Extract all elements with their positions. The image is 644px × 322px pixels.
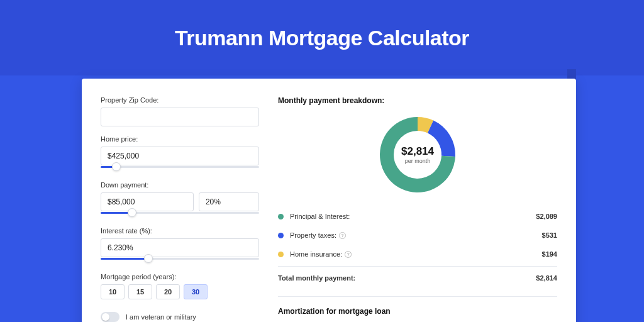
zip-label: Property Zip Code: [101,96,259,104]
legend: Principal & Interest:$2,089Property taxe… [278,207,557,264]
legend-label: Principal & Interest: [290,213,536,220]
legend-dot [278,233,284,238]
legend-row: Home insurance:?$194 [278,245,557,264]
donut-center: $2,814 per month [401,145,434,164]
period-20-button[interactable]: 20 [156,284,180,299]
donut-chart: $2,814 per month [377,114,458,196]
veteran-toggle[interactable] [101,312,119,322]
home-price-field: Home price: [101,135,259,172]
amortization-title: Amortization for mortgage loan [278,307,557,316]
down-payment-label: Down payment: [101,181,259,189]
down-payment-input[interactable] [101,192,194,211]
veteran-label: I am veteran or military [126,313,196,321]
legend-value: $531 [542,231,557,239]
period-field: Mortgage period (years): 10 15 20 30 [101,273,259,299]
period-30-button[interactable]: 30 [184,284,208,299]
legend-row: Property taxes:?$531 [278,226,557,245]
interest-rate-input[interactable] [101,238,259,257]
slider-thumb[interactable] [144,254,153,263]
period-15-button[interactable]: 15 [128,284,152,299]
breakdown-column: Monthly payment breakdown: $2,814 per mo… [278,96,557,322]
home-price-slider[interactable] [101,165,259,172]
interest-rate-slider[interactable] [101,257,259,264]
period-buttons: 10 15 20 30 [101,284,259,299]
calculator-card: Property Zip Code: Home price: Down paym… [82,79,576,322]
interest-rate-field: Interest rate (%): [101,227,259,264]
help-icon[interactable]: ? [345,251,352,258]
total-value: $2,814 [536,274,557,282]
legend-label: Home insurance:? [290,250,542,258]
legend-label: Property taxes:? [290,231,542,239]
interest-rate-label: Interest rate (%): [101,227,259,235]
down-payment-pct-input[interactable] [199,192,259,211]
legend-value: $194 [542,250,557,258]
slider-thumb[interactable] [128,208,136,217]
help-icon[interactable]: ? [339,232,346,239]
home-price-input[interactable] [101,147,259,165]
page-title: Trumann Mortgage Calculator [175,26,469,50]
zip-input[interactable] [101,108,259,126]
veteran-row: I am veteran or military [101,312,259,322]
period-10-button[interactable]: 10 [101,284,125,299]
donut-value: $2,814 [401,145,434,158]
legend-dot [278,252,284,257]
legend-value: $2,089 [536,213,557,220]
home-price-label: Home price: [101,135,259,143]
breakdown-title: Monthly payment breakdown: [278,96,557,105]
zip-field: Property Zip Code: [101,96,259,126]
input-column: Property Zip Code: Home price: Down paym… [101,96,259,322]
down-payment-field: Down payment: [101,181,259,218]
amortization-section: Amortization for mortgage loan Amortizat… [278,296,557,322]
total-label: Total monthly payment: [278,274,536,282]
slider-thumb[interactable] [112,162,121,171]
legend-dot [278,214,284,219]
total-row: Total monthly payment: $2,814 [278,266,557,287]
donut-sub: per month [401,158,434,164]
down-payment-slider[interactable] [101,211,259,218]
donut-chart-area: $2,814 per month [278,114,557,196]
period-label: Mortgage period (years): [101,273,259,280]
legend-row: Principal & Interest:$2,089 [278,207,557,226]
